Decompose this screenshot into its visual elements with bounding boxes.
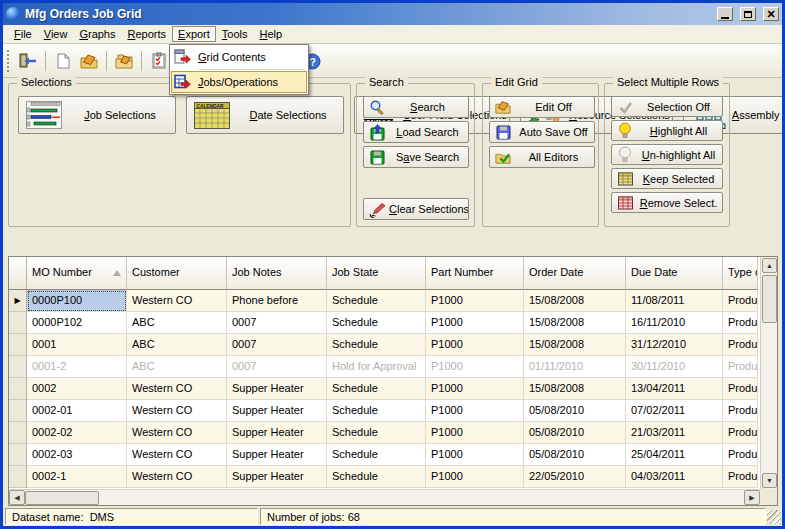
grid-corner-cell[interactable]	[9, 257, 27, 290]
grid-cell[interactable]: Schedule	[327, 400, 426, 422]
row-header[interactable]	[9, 444, 27, 466]
column-header[interactable]: Type of	[723, 257, 758, 290]
menu-export[interactable]: Export	[172, 26, 216, 42]
grid-cell[interactable]: 15/08/2008	[524, 378, 626, 400]
date-selections-button[interactable]: CALENDAR Date Selections	[186, 96, 344, 134]
column-header[interactable]: Due Date	[626, 257, 723, 290]
table-row[interactable]: 0000P102ABC0007ScheduleP100015/08/200816…	[9, 312, 760, 334]
grid-cell[interactable]: 15/08/2008	[524, 312, 626, 334]
column-header[interactable]: Order Date	[524, 257, 626, 290]
grid-cell[interactable]: 16/11/2010	[626, 312, 723, 334]
grid-cell[interactable]: 07/02/2011	[626, 400, 723, 422]
job-selections-button[interactable]: Job Selections	[18, 96, 176, 134]
grid-cell[interactable]: Production	[723, 312, 758, 334]
grid-cell[interactable]: ABC	[127, 356, 227, 378]
maximize-button[interactable]	[740, 7, 756, 21]
edit-folder-button[interactable]	[76, 48, 102, 74]
grid-cell[interactable]: 0002-1	[27, 466, 127, 488]
grid-cell[interactable]: Schedule	[327, 444, 426, 466]
grid-cell[interactable]: 21/03/2011	[626, 422, 723, 444]
grid-cell[interactable]: 0007	[227, 312, 327, 334]
grid-cell[interactable]: Schedule	[327, 422, 426, 444]
save-search-button[interactable]: Save Search	[363, 146, 469, 168]
grid-cell[interactable]: 0007	[227, 334, 327, 356]
grid-cell[interactable]: Western CO	[127, 466, 227, 488]
column-header[interactable]: MO Number	[27, 257, 127, 290]
grid-cell[interactable]: 25/04/2011	[626, 444, 723, 466]
grid-cell[interactable]: Schedule	[327, 466, 426, 488]
row-header[interactable]	[9, 422, 27, 444]
scroll-up-button[interactable]: ▲	[762, 258, 777, 273]
grid-cell[interactable]: Supper Heater	[227, 444, 327, 466]
grid-cell[interactable]: 31/12/2010	[626, 334, 723, 356]
column-header[interactable]: Customer	[127, 257, 227, 290]
row-header[interactable]: ▶	[9, 290, 27, 312]
close-button[interactable]: ✕	[763, 7, 779, 21]
menu-help[interactable]: Help	[254, 26, 289, 42]
grid-cell[interactable]: Production	[723, 290, 758, 312]
grid-cell[interactable]: Production	[723, 444, 758, 466]
grid-cell[interactable]: 04/03/2011	[626, 466, 723, 488]
grid-cell[interactable]: 22/05/2010	[524, 466, 626, 488]
column-header[interactable]: Job State	[327, 257, 426, 290]
row-header[interactable]	[9, 400, 27, 422]
menu-reports[interactable]: Reports	[122, 26, 173, 42]
grid-cell[interactable]: 13/04/2011	[626, 378, 723, 400]
grid-cell[interactable]: Supper Heater	[227, 466, 327, 488]
table-row[interactable]: 0001ABC0007ScheduleP100015/08/200831/12/…	[9, 334, 760, 356]
grid-cell[interactable]: P1000	[426, 356, 524, 378]
menu-tools[interactable]: Tools	[216, 26, 254, 42]
grid-cell[interactable]: 0000P102	[27, 312, 127, 334]
grid-cell[interactable]: Western CO	[127, 444, 227, 466]
table-row[interactable]: 0002Western COSupper HeaterScheduleP1000…	[9, 378, 760, 400]
grid-cell[interactable]: P1000	[426, 400, 524, 422]
grid-cell[interactable]: 30/11/2010	[626, 356, 723, 378]
menu-view[interactable]: View	[38, 26, 74, 42]
vertical-scrollbar[interactable]: ▲ ▼	[760, 257, 777, 489]
horizontal-scrollbar[interactable]: ◀ ▶	[9, 489, 760, 505]
grid-cell[interactable]: 15/08/2008	[524, 290, 626, 312]
table-row[interactable]: 0002-02Western COSupper HeaterScheduleP1…	[9, 422, 760, 444]
remove-select-button[interactable]: Remove Select.	[611, 192, 723, 213]
grid-cell[interactable]: Schedule	[327, 312, 426, 334]
table-row[interactable]: 0002-03Western COSupper HeaterScheduleP1…	[9, 444, 760, 466]
grid-cell[interactable]: Production	[723, 466, 758, 488]
row-header[interactable]	[9, 378, 27, 400]
row-header[interactable]	[9, 356, 27, 378]
grid-cell[interactable]: Production	[723, 422, 758, 444]
copy-folders-button[interactable]	[111, 48, 137, 74]
keep-selected-button[interactable]: Keep Selected	[611, 168, 723, 189]
scroll-right-button[interactable]: ▶	[744, 490, 760, 505]
auto-save-off-button[interactable]: Auto Save Off	[489, 121, 595, 143]
grid-cell[interactable]: 0001-2	[27, 356, 127, 378]
grid-cell[interactable]: 0002-02	[27, 422, 127, 444]
vertical-scroll-thumb[interactable]	[762, 275, 777, 323]
new-document-button[interactable]	[50, 48, 76, 74]
clear-selections-button[interactable]: Clear Selections	[363, 198, 469, 220]
grid-cell[interactable]: ABC	[127, 312, 227, 334]
table-row[interactable]: 0002-1Western COSupper HeaterScheduleP10…	[9, 466, 760, 488]
grid-cell[interactable]: Western CO	[127, 400, 227, 422]
horizontal-scroll-thumb[interactable]	[25, 491, 99, 505]
grid-cell[interactable]: Production	[723, 356, 758, 378]
edit-off-button[interactable]: Edit Off	[489, 96, 595, 118]
grid-cell[interactable]: 15/08/2008	[524, 334, 626, 356]
grid-cell[interactable]: Western CO	[127, 378, 227, 400]
row-header[interactable]	[9, 334, 27, 356]
grid-cell[interactable]: 05/08/2010	[524, 422, 626, 444]
highlight-all-button[interactable]: Highlight All	[611, 120, 723, 141]
grid-cell[interactable]: P1000	[426, 466, 524, 488]
grid-cell[interactable]: Schedule	[327, 334, 426, 356]
scroll-left-button[interactable]: ◀	[9, 490, 25, 505]
grid-cell[interactable]: P1000	[426, 378, 524, 400]
grid-cell[interactable]: 01/11/2010	[524, 356, 626, 378]
grid-cell[interactable]: 0002-03	[27, 444, 127, 466]
search-button[interactable]: Search	[363, 96, 469, 118]
grid-cell[interactable]: P1000	[426, 422, 524, 444]
grid-cell[interactable]: Western CO	[127, 290, 227, 312]
load-search-button[interactable]: Load Search	[363, 121, 469, 143]
un-highlight-all-button[interactable]: Un-highlight All	[611, 144, 723, 165]
row-header[interactable]	[9, 466, 27, 488]
grid-cell[interactable]: Production	[723, 378, 758, 400]
scroll-down-button[interactable]: ▼	[762, 473, 777, 488]
